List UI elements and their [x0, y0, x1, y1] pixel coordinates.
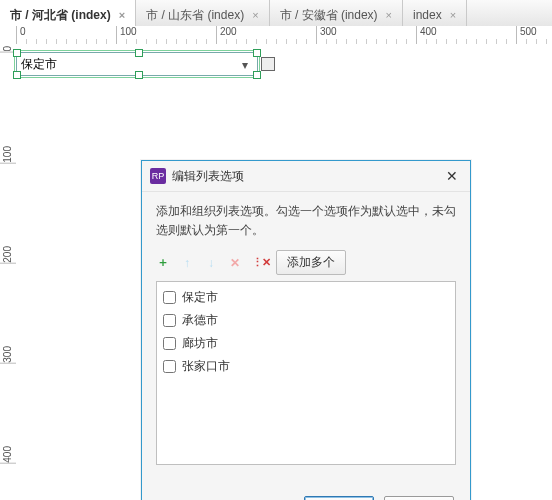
dropdown-widget[interactable]: 保定市 ▾	[16, 52, 258, 76]
ruler-tick: 400	[0, 444, 16, 464]
dropdown-value: 保定市	[21, 56, 57, 73]
selection-handle-sw[interactable]	[13, 71, 21, 79]
list-item-checkbox[interactable]	[163, 360, 176, 373]
move-down-icon[interactable]: ↓	[204, 256, 218, 270]
dialog-toolbar: ＋ ↑ ↓ ✕ ⋮✕ 添加多个	[156, 250, 456, 275]
delete-item-icon[interactable]: ✕	[228, 256, 242, 270]
horizontal-ruler: 0100200300400500	[16, 26, 552, 45]
tab-close-icon[interactable]: ×	[384, 9, 394, 21]
selection-handle-nw[interactable]	[13, 49, 21, 57]
list-item-label: 承德市	[182, 312, 218, 329]
list-item-label: 廊坊市	[182, 335, 218, 352]
move-up-icon[interactable]: ↑	[180, 256, 194, 270]
tab-label: index	[413, 8, 442, 22]
batch-add-button[interactable]: 添加多个	[276, 250, 346, 275]
tab-close-icon[interactable]: ×	[117, 9, 127, 21]
resize-handle-icon[interactable]	[261, 57, 275, 71]
list-item[interactable]: 承德市	[163, 309, 449, 332]
dialog-titlebar[interactable]: RP 编辑列表选项 ✕	[142, 161, 470, 192]
list-item[interactable]: 廊坊市	[163, 332, 449, 355]
app-icon: RP	[150, 168, 166, 184]
list-item-checkbox[interactable]	[163, 291, 176, 304]
list-item[interactable]: 张家口市	[163, 355, 449, 378]
list-item[interactable]: 保定市	[163, 286, 449, 309]
tab-1[interactable]: 市 / 山东省 (index)×	[136, 0, 269, 26]
dialog-description: 添加和组织列表选项。勾选一个选项作为默认选中，未勾选则默认为第一个。	[156, 202, 456, 240]
vertical-ruler: 0100200300400	[0, 44, 17, 500]
tab-label: 市 / 河北省 (index)	[10, 7, 111, 24]
tab-3[interactable]: index×	[403, 0, 467, 26]
options-listbox[interactable]: 保定市承德市廊坊市张家口市	[156, 281, 456, 465]
selection-handle-ne[interactable]	[253, 49, 261, 57]
tab-0[interactable]: 市 / 河北省 (index)×	[0, 0, 136, 26]
edit-list-options-dialog: RP 编辑列表选项 ✕ 添加和组织列表选项。勾选一个选项作为默认选中，未勾选则默…	[141, 160, 471, 500]
list-item-label: 保定市	[182, 289, 218, 306]
list-item-label: 张家口市	[182, 358, 230, 375]
design-canvas[interactable]: 保定市 ▾ RP 编辑列表选项 ✕ 添加和组织列表选项。勾选一个选项作为默认选中…	[16, 44, 552, 500]
ruler-corner	[0, 26, 17, 45]
chevron-down-icon[interactable]: ▾	[237, 57, 253, 73]
add-item-icon[interactable]: ＋	[156, 254, 170, 271]
selection-handle-n[interactable]	[135, 49, 143, 57]
ruler-tick: 200	[0, 244, 16, 264]
cancel-button[interactable]: 取消	[384, 496, 454, 500]
tab-close-icon[interactable]: ×	[250, 9, 260, 21]
selection-handle-se[interactable]	[253, 71, 261, 79]
tab-label: 市 / 山东省 (index)	[146, 7, 244, 24]
app-root: { "tabs": [ { "label": "市 / 河北省 (index)"…	[0, 0, 552, 500]
ruler-tick: 100	[0, 144, 16, 164]
close-icon[interactable]: ✕	[442, 166, 462, 186]
ruler-tick: 0	[16, 26, 26, 44]
tab-label: 市 / 安徽省 (index)	[280, 7, 378, 24]
selection-handle-s[interactable]	[135, 71, 143, 79]
dialog-body: 添加和组织列表选项。勾选一个选项作为默认选中，未勾选则默认为第一个。 ＋ ↑ ↓…	[142, 192, 470, 465]
ok-button[interactable]: 确定	[304, 496, 374, 500]
tab-close-icon[interactable]: ×	[448, 9, 458, 21]
list-item-checkbox[interactable]	[163, 337, 176, 350]
delete-all-icon[interactable]: ⋮✕	[252, 256, 266, 269]
list-item-checkbox[interactable]	[163, 314, 176, 327]
tab-bar: 市 / 河北省 (index)×市 / 山东省 (index)×市 / 安徽省 …	[0, 0, 552, 27]
dialog-title: 编辑列表选项	[172, 168, 436, 185]
tab-2[interactable]: 市 / 安徽省 (index)×	[270, 0, 403, 26]
ruler-tick: 300	[0, 344, 16, 364]
dialog-buttons: 确定 取消	[304, 496, 454, 500]
